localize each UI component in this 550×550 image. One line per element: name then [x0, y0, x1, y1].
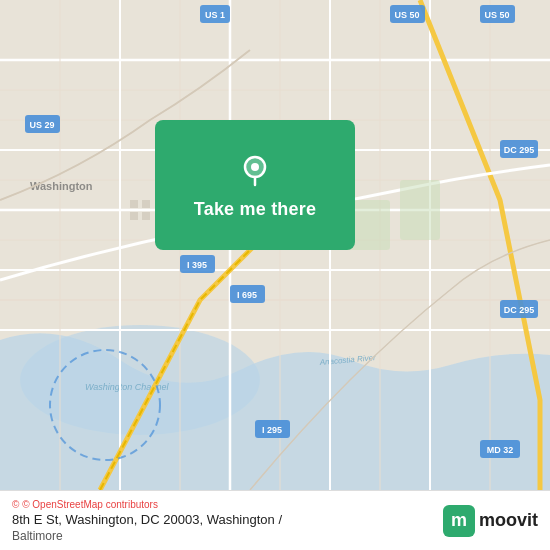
location-pin-icon — [236, 151, 274, 189]
svg-text:I 695: I 695 — [237, 290, 257, 300]
svg-rect-44 — [400, 180, 440, 240]
moovit-logo: m moovit — [443, 505, 538, 537]
map-container: Washington Channel Anacostia River DC 29… — [0, 0, 550, 490]
svg-text:DC 295: DC 295 — [504, 305, 535, 315]
footer: © © OpenStreetMap contributors 8th E St,… — [0, 490, 550, 550]
svg-text:I 295: I 295 — [262, 425, 282, 435]
svg-text:Washington: Washington — [30, 180, 93, 192]
address-line1: 8th E St, Washington, DC 20003, Washingt… — [12, 512, 282, 527]
take-me-card[interactable]: Take me there — [155, 120, 355, 250]
footer-left: © © OpenStreetMap contributors 8th E St,… — [12, 499, 282, 543]
svg-text:US 29: US 29 — [29, 120, 54, 130]
svg-text:DC 295: DC 295 — [504, 145, 535, 155]
address-line2: Baltimore — [12, 529, 282, 543]
moovit-icon: m — [443, 505, 475, 537]
svg-text:I 395: I 395 — [187, 260, 207, 270]
svg-rect-47 — [142, 200, 150, 208]
svg-text:MD 32: MD 32 — [487, 445, 514, 455]
osm-copyright: © — [12, 499, 19, 510]
svg-text:US 50: US 50 — [484, 10, 509, 20]
osm-text: © OpenStreetMap contributors — [22, 499, 158, 510]
svg-rect-49 — [142, 212, 150, 220]
svg-rect-46 — [130, 200, 138, 208]
osm-credit: © © OpenStreetMap contributors — [12, 499, 282, 510]
moovit-text: moovit — [479, 510, 538, 531]
take-me-label: Take me there — [194, 199, 316, 220]
svg-text:US 1: US 1 — [205, 10, 225, 20]
svg-text:US 50: US 50 — [394, 10, 419, 20]
svg-point-54 — [251, 163, 259, 171]
svg-rect-48 — [130, 212, 138, 220]
